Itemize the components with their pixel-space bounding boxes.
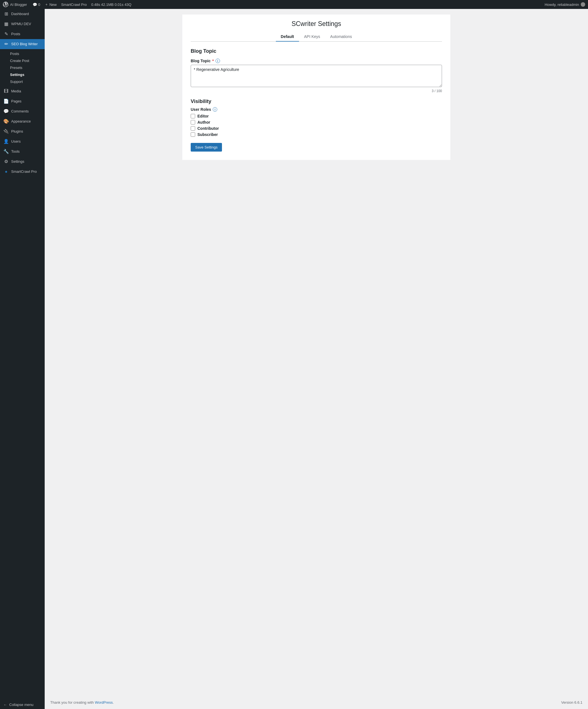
sidebar-item-plugins[interactable]: 🔌 Plugins: [0, 127, 45, 136]
page-title: SCwriter Settings: [191, 20, 442, 28]
admin-bar-site[interactable]: AI Blogger: [3, 2, 27, 7]
pages-icon: 📄: [3, 99, 9, 104]
tab-default[interactable]: Default: [276, 32, 299, 42]
dashboard-icon: ⊞: [3, 11, 9, 17]
tools-icon: 🔧: [3, 149, 9, 154]
sidebar-item-comments[interactable]: 💬 Comments: [0, 106, 45, 116]
smartcrawl-icon: ●: [3, 169, 9, 175]
plugin-bar-item[interactable]: SmartCrawl Pro: [59, 0, 89, 9]
avatar: [581, 2, 585, 7]
checkbox-contributor[interactable]: [191, 126, 195, 131]
sidebar-item-tools[interactable]: 🔧 Tools: [0, 147, 45, 157]
collapse-icon: ←: [3, 703, 7, 707]
blog-topic-form-row: Blog Topic * i * Regenerative Agricultur…: [191, 59, 442, 93]
sidebar-sub-create-post[interactable]: Create Post: [0, 57, 45, 64]
checkbox-row-editor: Editor: [191, 114, 442, 119]
tab-automations[interactable]: Automations: [325, 32, 357, 42]
comment-icon: 💬: [33, 2, 37, 7]
checkbox-label-editor: Editor: [197, 114, 209, 119]
required-marker: *: [212, 59, 213, 63]
checkbox-row-author: Author: [191, 120, 442, 125]
sidebar-item-settings[interactable]: ⚙ Settings: [0, 157, 45, 167]
checkbox-label-subscriber: Subscriber: [197, 132, 218, 137]
blog-topic-label: Blog Topic * i: [191, 59, 442, 63]
blog-topic-section: Blog Topic Blog Topic * i * Regenerative…: [191, 48, 442, 93]
wp-layout: ⊞ Dashboard ▦ WPMU DEV ✎ Posts ✏ SEO Blo…: [0, 9, 588, 709]
sidebar-item-dashboard[interactable]: ⊞ Dashboard: [0, 9, 45, 19]
wpmu-icon: ▦: [3, 21, 9, 27]
user-roles-info-icon[interactable]: i: [213, 107, 217, 112]
footer-period: .: [113, 700, 114, 705]
collapse-label: Collapse menu: [9, 703, 33, 707]
admin-bar-items: 💬 0 ＋ New SmartCrawl Pro 0.48s 42.1MB 0.…: [30, 0, 541, 9]
checkbox-label-author: Author: [197, 120, 210, 125]
footer-thank-you: Thank you for creating with WordPress.: [50, 700, 113, 705]
main-content: SCwriter Settings Default API Keys Autom…: [45, 9, 588, 709]
sidebar-item-media[interactable]: 🎞 Media: [0, 86, 45, 96]
visibility-section: Visibility User Roles i Editor Author: [191, 99, 442, 152]
checkbox-row-contributor: Contributor: [191, 126, 442, 131]
checkbox-author[interactable]: [191, 120, 195, 125]
char-count: 3 / 100: [191, 89, 442, 93]
sidebar-item-label: Media: [11, 89, 21, 94]
comments-bar-item[interactable]: 💬 0: [30, 0, 43, 9]
sidebar-item-label: Plugins: [11, 129, 23, 134]
sidebar-item-smartcrawl[interactable]: ● SmartCrawl Pro: [0, 167, 45, 177]
sidebar-sub-settings[interactable]: Settings: [0, 71, 45, 78]
wordpress-icon: [3, 2, 8, 7]
plus-icon: ＋: [45, 2, 48, 7]
collapse-menu-button[interactable]: ← Collapse menu: [0, 700, 45, 709]
footer-version: Version 6.6.1: [561, 700, 582, 705]
checkbox-editor[interactable]: [191, 114, 195, 119]
footer-wp-link[interactable]: WordPress: [95, 700, 113, 705]
sidebar-item-pages[interactable]: 📄 Pages: [0, 96, 45, 106]
sidebar-item-posts[interactable]: ✎ Posts: [0, 29, 45, 39]
blog-topic-label-text: Blog Topic: [191, 59, 210, 63]
new-bar-item[interactable]: ＋ New: [43, 0, 59, 9]
blog-topic-info-icon[interactable]: i: [215, 59, 220, 63]
site-name: AI Blogger: [10, 2, 27, 7]
sidebar-sub-posts[interactable]: Posts: [0, 50, 45, 57]
sidebar: ⊞ Dashboard ▦ WPMU DEV ✎ Posts ✏ SEO Blo…: [0, 9, 45, 709]
sidebar-item-wpmu-dev[interactable]: ▦ WPMU DEV: [0, 19, 45, 29]
howdy-text: Howdy, reliableadmin: [545, 2, 579, 7]
plugin-name: SmartCrawl Pro: [61, 2, 87, 7]
comments-icon: 💬: [3, 109, 9, 114]
settings-wrap: SCwriter Settings Default API Keys Autom…: [182, 15, 450, 160]
sidebar-item-label: Settings: [11, 159, 24, 164]
plugins-icon: 🔌: [3, 129, 9, 134]
page-content: SCwriter Settings Default API Keys Autom…: [45, 9, 588, 696]
perf-stats: 0.48s 42.1MB 0.01s 43Q: [89, 0, 134, 9]
sidebar-item-appearance[interactable]: 🎨 Appearance: [0, 116, 45, 127]
sidebar-item-label: SmartCrawl Pro: [11, 169, 37, 174]
sidebar-sub-presets[interactable]: Presets: [0, 64, 45, 71]
sidebar-item-label: Pages: [11, 99, 22, 104]
checkbox-label-contributor: Contributor: [197, 126, 219, 131]
save-settings-button[interactable]: Save Settings: [191, 143, 222, 152]
tab-api-keys[interactable]: API Keys: [299, 32, 325, 42]
blog-topic-textarea[interactable]: * Regenerative Agriculture: [191, 65, 442, 87]
sidebar-item-label: Appearance: [11, 119, 31, 124]
sidebar-item-seo-blog-writer[interactable]: ✏ SEO Blog Writer: [0, 39, 45, 49]
sidebar-item-label: Tools: [11, 149, 20, 154]
sidebar-item-users[interactable]: 👤 Users: [0, 136, 45, 147]
tabs: Default API Keys Automations: [191, 32, 442, 42]
perf-stats-text: 0.48s 42.1MB 0.01s 43Q: [91, 2, 131, 7]
wp-footer: Thank you for creating with WordPress. V…: [45, 696, 588, 709]
posts-icon: ✎: [3, 31, 9, 37]
admin-bar: AI Blogger 💬 0 ＋ New SmartCrawl Pro 0.48…: [0, 0, 588, 9]
sidebar-item-label: Comments: [11, 109, 29, 114]
visibility-title: Visibility: [191, 99, 442, 104]
seo-sub-menu: Posts Create Post Presets Settings Suppo…: [0, 49, 45, 86]
blog-topic-title: Blog Topic: [191, 48, 442, 54]
sidebar-sub-support[interactable]: Support: [0, 78, 45, 85]
howdy-label[interactable]: Howdy, reliableadmin: [545, 2, 585, 7]
checkbox-subscriber[interactable]: [191, 132, 195, 137]
admin-bar-right: Howdy, reliableadmin: [545, 2, 585, 7]
checkbox-row-subscriber: Subscriber: [191, 132, 442, 137]
user-roles-label-text: User Roles: [191, 107, 211, 112]
sidebar-item-label: SEO Blog Writer: [11, 42, 38, 47]
new-label: New: [49, 2, 57, 7]
sidebar-item-label: Posts: [11, 31, 20, 36]
settings-icon: ⚙: [3, 159, 9, 164]
